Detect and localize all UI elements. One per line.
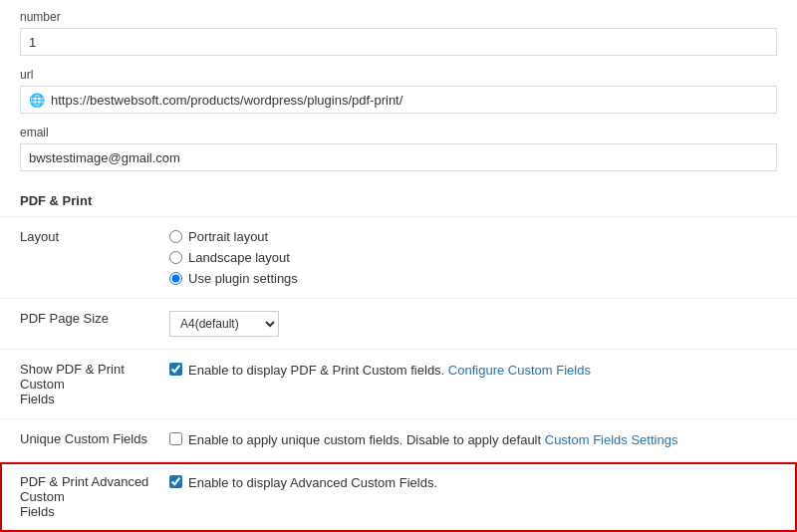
pdf-print-section: PDF & Print Layout Portrait layout (0, 183, 797, 532)
advanced-custom-fields-checkbox-item: Enable to display Advanced Custom Fields… (169, 474, 777, 492)
url-label: url (20, 68, 777, 82)
advanced-custom-fields-row: PDF & Print Advanced Custom Fields Enabl… (0, 462, 797, 532)
plugin-settings-radio-item[interactable]: Use plugin settings (169, 271, 777, 286)
page-size-control-cell: A4(default) A3 Letter Legal (159, 299, 797, 350)
custom-fields-settings-link[interactable]: Custom Fields Settings (545, 432, 678, 447)
plugin-settings-radio[interactable] (169, 272, 182, 285)
unique-custom-fields-row: Unique Custom Fields Enable to apply uni… (0, 419, 797, 462)
page-size-row: PDF Page Size A4(default) A3 Letter Lega… (0, 299, 797, 350)
landscape-label: Landscape layout (188, 250, 290, 265)
plugin-settings-label: Use plugin settings (188, 271, 298, 286)
email-field-group: email (20, 126, 777, 171)
number-input[interactable] (20, 28, 777, 56)
page-size-label-cell: PDF Page Size (0, 299, 159, 350)
portrait-label: Portrait layout (188, 229, 268, 244)
show-custom-fields-checkbox[interactable] (169, 363, 182, 376)
page-size-label: PDF Page Size (20, 311, 109, 326)
advanced-custom-fields-label: PDF & Print Advanced Custom Fields (20, 474, 148, 519)
top-fields: number url 🌐 email (0, 0, 797, 171)
advanced-custom-fields-checkbox[interactable] (169, 475, 182, 488)
unique-custom-fields-checkbox[interactable] (169, 432, 182, 445)
portrait-radio-item[interactable]: Portrait layout (169, 229, 777, 244)
landscape-radio[interactable] (169, 251, 182, 264)
show-custom-fields-checkbox-item: Enable to display PDF & Print Custom fie… (169, 362, 777, 380)
number-field-group: number (20, 10, 777, 56)
url-input-wrapper: 🌐 (20, 86, 777, 114)
show-custom-fields-label-cell: Show PDF & Print Custom Fields (0, 350, 159, 419)
url-field-group: url 🌐 (20, 68, 777, 114)
url-input[interactable] (51, 93, 768, 108)
unique-custom-fields-control-cell: Enable to apply unique custom fields. Di… (159, 419, 797, 462)
portrait-radio[interactable] (169, 230, 182, 243)
show-custom-fields-description: Enable to display PDF & Print Custom fie… (188, 362, 591, 380)
advanced-custom-fields-label-cell: PDF & Print Advanced Custom Fields (0, 462, 159, 532)
layout-label-cell: Layout (0, 217, 159, 299)
advanced-custom-fields-control-cell: Enable to display Advanced Custom Fields… (159, 462, 797, 532)
layout-options-cell: Portrait layout Landscape layout Use plu… (159, 217, 797, 299)
layout-label: Layout (20, 229, 59, 244)
layout-radio-group: Portrait layout Landscape layout Use plu… (169, 229, 777, 286)
settings-table: Layout Portrait layout Landscape layout (0, 217, 797, 532)
show-custom-fields-control-cell: Enable to display PDF & Print Custom fie… (159, 350, 797, 419)
email-input[interactable] (20, 143, 777, 171)
show-custom-fields-label: Show PDF & Print Custom Fields (20, 362, 125, 406)
landscape-radio-item[interactable]: Landscape layout (169, 250, 777, 265)
layout-row: Layout Portrait layout Landscape layout (0, 217, 797, 299)
email-label: email (20, 126, 777, 139)
page-size-select[interactable]: A4(default) A3 Letter Legal (169, 311, 279, 337)
unique-custom-fields-description: Enable to apply unique custom fields. Di… (188, 431, 677, 449)
number-label: number (20, 10, 777, 24)
show-custom-fields-row: Show PDF & Print Custom Fields Enable to… (0, 350, 797, 419)
pdf-section-title: PDF & Print (0, 183, 797, 217)
unique-custom-fields-label-cell: Unique Custom Fields (0, 419, 159, 462)
configure-custom-fields-link[interactable]: Configure Custom Fields (448, 363, 591, 378)
globe-icon: 🌐 (29, 93, 45, 108)
page-container: number url 🌐 email PDF & Print Layo (0, 0, 797, 532)
unique-custom-fields-label: Unique Custom Fields (20, 431, 147, 446)
advanced-custom-fields-description: Enable to display Advanced Custom Fields… (188, 474, 437, 492)
unique-custom-fields-checkbox-item: Enable to apply unique custom fields. Di… (169, 431, 777, 449)
